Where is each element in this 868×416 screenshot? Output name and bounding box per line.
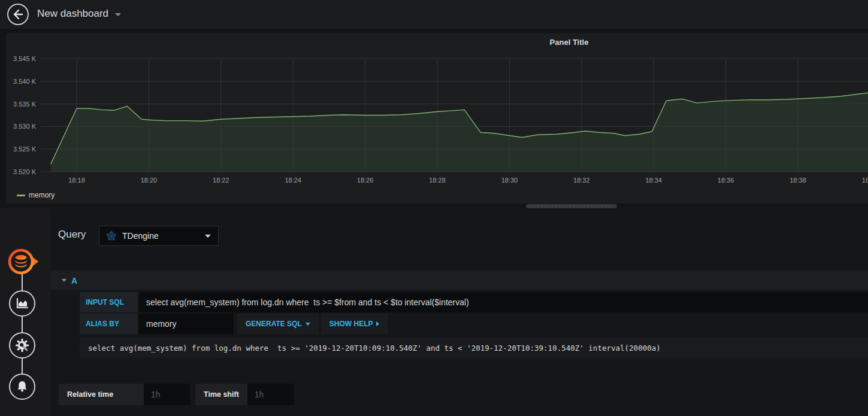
chevron-down-icon [205, 235, 211, 238]
input-sql-field[interactable] [139, 292, 868, 312]
tab-alert[interactable] [9, 374, 35, 400]
svg-text:3.530 K: 3.530 K [13, 123, 37, 130]
svg-text:3.520 K: 3.520 K [13, 168, 37, 175]
show-help-label: SHOW HELP [329, 320, 373, 328]
generate-sql-label: GENERATE SQL [246, 320, 302, 328]
relative-time-group: Relative time [59, 384, 190, 405]
generate-sql-button[interactable]: GENERATE SQL [237, 314, 319, 334]
tab-rail-connector [22, 261, 23, 388]
svg-text:18:30: 18:30 [501, 177, 518, 184]
svg-text:3.535 K: 3.535 K [13, 101, 37, 108]
legend-swatch [17, 195, 25, 196]
time-shift-label: Time shift [195, 384, 247, 405]
chevron-right-icon [376, 321, 379, 326]
svg-text:18:36: 18:36 [718, 177, 734, 184]
svg-text:18:26: 18:26 [357, 177, 374, 184]
chart-icon [15, 296, 29, 311]
svg-text:18:18: 18:18 [68, 177, 85, 184]
dashboard-title[interactable]: New dashboard [37, 8, 108, 20]
legend: memory [17, 191, 55, 199]
alias-by-field[interactable] [139, 314, 234, 334]
tdengine-logo-icon [107, 231, 116, 241]
chevron-down-icon[interactable] [115, 13, 121, 16]
time-options-row: Relative time Time shift [59, 384, 299, 405]
graph-panel: Panel Title 3.545 K3.540 K3.535 K3.530 K… [6, 33, 868, 204]
alias-by-label: ALIAS BY [80, 314, 138, 334]
svg-text:18:38: 18:38 [790, 177, 806, 184]
tab-visualization[interactable] [9, 290, 35, 317]
collapse-icon[interactable] [62, 279, 66, 282]
svg-text:18:22: 18:22 [213, 177, 229, 184]
datasource-picker[interactable]: TDengine [99, 226, 219, 246]
relative-time-field[interactable] [144, 384, 190, 405]
legend-label[interactable]: memory [29, 191, 55, 199]
svg-text:3.525 K: 3.525 K [13, 145, 37, 153]
input-sql-row: INPUT SQL [80, 292, 868, 312]
memory-timeseries-chart[interactable]: 3.545 K3.540 K3.535 K3.530 K3.525 K3.520… [6, 33, 868, 189]
svg-text:3.545 K: 3.545 K [13, 55, 37, 62]
datasource-name: TDengine [122, 231, 199, 241]
back-button[interactable] [7, 4, 29, 25]
show-help-button[interactable]: SHOW HELP [321, 314, 388, 334]
query-ref-id: A [71, 276, 77, 286]
generated-sql-preview: select avg(mem_system) from log.dn where… [80, 338, 868, 358]
query-row-header[interactable]: A [51, 271, 868, 291]
database-icon [6, 247, 40, 277]
query-section-label: Query [58, 229, 86, 241]
alias-by-row: ALIAS BY GENERATE SQL SHOW HELP [80, 314, 388, 334]
svg-text:18:32: 18:32 [573, 177, 590, 184]
chevron-down-icon [306, 323, 310, 326]
svg-text:18:20: 18:20 [141, 177, 158, 184]
time-shift-group: Time shift [195, 384, 294, 405]
time-shift-field[interactable] [247, 384, 294, 405]
arrow-left-icon [11, 8, 25, 21]
tab-general[interactable] [9, 332, 35, 359]
top-nav: New dashboard [0, 0, 868, 29]
panel-resize-handle[interactable] [526, 204, 617, 208]
input-sql-label: INPUT SQL [80, 292, 138, 312]
svg-text:18:34: 18:34 [645, 177, 662, 184]
svg-text:3.540 K: 3.540 K [13, 78, 37, 85]
gear-wrench-icon [14, 338, 30, 353]
bell-icon [15, 379, 29, 394]
relative-time-label: Relative time [59, 384, 144, 405]
tab-queries[interactable] [6, 247, 40, 279]
svg-text:18:24: 18:24 [285, 177, 301, 184]
svg-text:18:28: 18:28 [429, 177, 446, 184]
svg-text:18:40: 18:40 [862, 177, 868, 184]
